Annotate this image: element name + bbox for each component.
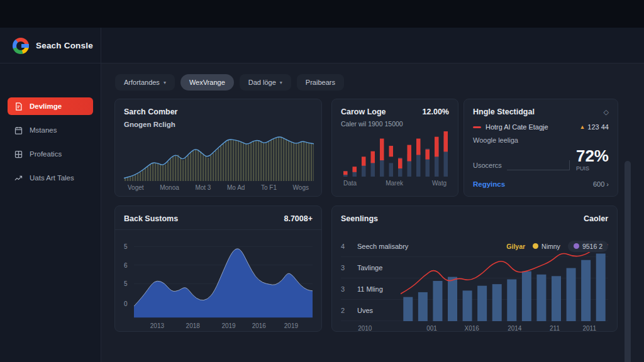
legend-dot-icon	[533, 243, 538, 249]
chip-label: Arfortandes	[124, 79, 160, 86]
x-axis: 20132018201920162019	[134, 322, 313, 330]
header: Seach Consle ←	[0, 28, 644, 63]
filter-chip-3[interactable]: Praibears	[297, 74, 344, 90]
sidebar: DevlimgeMstanesProfeaticsUats Art Tales	[0, 63, 101, 362]
axis-label: 2014	[508, 325, 521, 332]
sidebar-item-label: Profeatics	[30, 150, 62, 158]
axis-label: X016	[465, 325, 479, 332]
divider	[115, 229, 321, 230]
calendar-icon	[14, 126, 23, 135]
axis-label: 2018	[186, 322, 200, 329]
sidebar-item-label: Uats Art Tales	[30, 174, 74, 182]
axis-label: Data	[343, 180, 357, 187]
sidebar-item-3[interactable]: Uats Art Tales	[8, 169, 93, 187]
axis-label: 2011	[582, 325, 596, 332]
card-subtitle: Caler wil 1900 15000	[341, 120, 449, 128]
filter-chip-1[interactable]: WexVrange	[180, 74, 234, 90]
sidebar-item-label: Devlimge	[30, 102, 62, 110]
rank-number: 4	[341, 243, 357, 250]
card-back-sustoms: Back Sustoms 8.7008+ 5650 20132018201920…	[114, 206, 322, 332]
item-label: Uves	[357, 307, 373, 314]
chip-label: WexVrange	[189, 79, 225, 86]
grid-icon	[14, 150, 23, 159]
card-carow-loge: Carow Loge 12.00% Caler wil 1900 15000 D…	[331, 99, 458, 197]
legend-item-2[interactable]: 9516 2	[568, 241, 608, 252]
field-label: Usocercs	[473, 162, 502, 172]
caoler-button[interactable]: Caoler	[584, 214, 608, 223]
item-label: 11 Mling	[357, 285, 383, 293]
trend-icon	[14, 173, 23, 183]
card-hngle-stectidgal: Hngle Stectidgal ◇ Hotrg Al Cate Etagje …	[464, 99, 618, 197]
sidebar-item-2[interactable]: Profeatics	[8, 145, 93, 163]
card-title: Seenlings	[341, 214, 378, 223]
sidebar-item-0[interactable]: Devlimge	[8, 97, 93, 115]
axis-label: 2019	[221, 322, 235, 329]
ranked-list: 4Seech malisabryGilyarNimny9516 23Tavlin…	[341, 236, 608, 321]
card-value: 12.00%	[423, 107, 449, 116]
legend-label: Nimny	[541, 243, 560, 250]
axis-label: Monoa	[160, 184, 179, 191]
percent-caption: PUIS	[576, 166, 609, 172]
card-seenlings: Seenlings Caoler 4Seech malisabryGilyarN…	[331, 206, 618, 332]
legend-dot-icon	[574, 243, 579, 249]
expand-icon[interactable]: ◇	[604, 108, 609, 116]
card-title: Hngle Stectidgal	[473, 107, 535, 116]
card-title: Sarch Comber	[124, 107, 313, 116]
candlestick-chart	[341, 131, 450, 177]
area-chart	[134, 236, 313, 318]
axis-label: Marek	[386, 180, 403, 187]
axis-label: 001	[426, 325, 437, 332]
sidebar-item-1[interactable]: Mstanes	[8, 121, 93, 139]
axis-label: 211	[550, 325, 560, 332]
axis-label: Mo Ad	[227, 184, 245, 191]
axis-label: 2010	[358, 325, 372, 332]
sidebar-nav: DevlimgeMstanesProfeaticsUats Art Tales	[0, 63, 101, 187]
card-title: Back Sustoms	[124, 214, 178, 223]
red-dash-icon	[473, 126, 481, 128]
item-label: Tavlinge	[357, 264, 382, 272]
google-logo-icon	[13, 38, 29, 54]
axis-label: 2016	[252, 322, 266, 329]
y-axis: 5650	[124, 236, 134, 318]
chart-legend: GilyarNimny9516 2	[506, 241, 608, 252]
axis-label: 2013	[150, 322, 164, 329]
chevron-down-icon: ▾	[280, 80, 282, 85]
percent-value: 72%	[576, 148, 609, 164]
card-value: 8.7008+	[284, 214, 313, 223]
axis-label: 0	[124, 300, 128, 307]
axis-label: 6	[124, 261, 128, 268]
striped-area-chart	[124, 134, 314, 181]
chip-label: Dad löge	[248, 79, 276, 86]
filter-chip-2[interactable]: Dad löge▾	[240, 74, 291, 90]
main-content: Arfortandes▾WexVrangeDad löge▾Praibears …	[101, 63, 644, 362]
chevron-down-icon: ▾	[164, 80, 166, 85]
axis-label: Mot 3	[195, 184, 211, 191]
more-link[interactable]: 600 ›	[593, 180, 609, 188]
filter-chips: Arfortandes▾WexVrangeDad löge▾Praibears	[115, 74, 344, 90]
card-subtitle: Gnogen Rcligh	[124, 121, 313, 128]
app-screen: Seach Consle ← DevlimgeMstanesProfeatics…	[0, 0, 644, 362]
alert-label: Hotrg Al Cate Etagje	[486, 123, 548, 131]
text-field[interactable]	[507, 160, 570, 170]
scrollbar[interactable]	[625, 161, 631, 362]
filter-chip-0[interactable]: Arfortandes▾	[115, 74, 175, 90]
chip-label: Praibears	[306, 79, 335, 86]
top-strip	[0, 0, 644, 28]
card-title: Carow Loge	[341, 107, 386, 116]
sidebar-item-label: Mstanes	[30, 126, 57, 134]
bar-line-chart	[401, 241, 608, 321]
axis-label: To F1	[261, 184, 277, 191]
card-subtitle: Woogle leeliga	[473, 136, 609, 144]
app-title: Seach Consle	[36, 41, 93, 50]
alert-value: 123 44	[587, 123, 609, 131]
legend-label: 9516 2	[582, 243, 602, 250]
axis-label: Wogs	[293, 184, 309, 191]
legend-item-1[interactable]: Nimny	[533, 243, 560, 250]
rank-number: 3	[341, 264, 357, 272]
axis-label: 5	[124, 280, 128, 287]
doc-icon	[14, 102, 23, 111]
axis-label: 5	[124, 243, 128, 250]
x-axis: DataMarekWatg	[341, 180, 449, 187]
regyincs-link[interactable]: Regyincs	[473, 180, 505, 188]
legend-item-0[interactable]: Gilyar	[506, 243, 525, 250]
